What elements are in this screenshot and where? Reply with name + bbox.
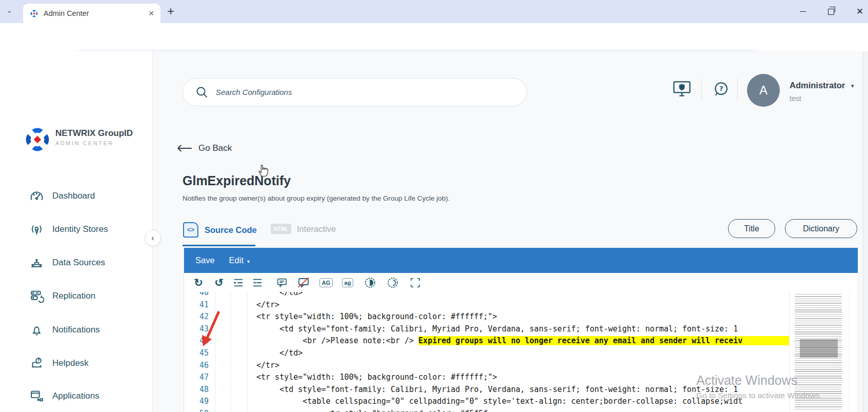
- sidebar-item-dashboard[interactable]: Dashboard: [0, 185, 152, 207]
- selection-icon[interactable]: [407, 276, 423, 290]
- line-number: 40: [184, 292, 209, 299]
- code-text: <br />Please note:<br /> Expired groups …: [256, 335, 809, 347]
- code-line: 45 </td>: [184, 347, 858, 359]
- data-sources-icon: [29, 256, 44, 270]
- svg-text:?: ?: [37, 358, 40, 363]
- line-number: 46: [184, 359, 209, 371]
- line-number: 45: [184, 347, 209, 359]
- contrast-outline-icon[interactable]: [385, 276, 401, 290]
- sidebar-collapse-button[interactable]: ‹: [145, 230, 161, 246]
- user-identity-store: test: [790, 94, 801, 103]
- restore-icon: [828, 9, 834, 15]
- tab-interactive[interactable]: HTML Interactive: [271, 224, 336, 234]
- html-badge-icon: HTML: [271, 224, 291, 234]
- page-scrollbar[interactable]: [863, 51, 868, 412]
- user-avatar[interactable]: A: [747, 74, 780, 107]
- undo-icon[interactable]: ↺: [211, 276, 227, 290]
- sidebar-item-notifications[interactable]: Notifications: [0, 319, 152, 341]
- tab-favicon: [30, 9, 38, 18]
- search-icon: [195, 86, 209, 99]
- sidebar-item-identity-stores[interactable]: Identity Stores: [0, 218, 152, 241]
- svg-text:?: ?: [719, 85, 723, 92]
- title-button[interactable]: Title: [728, 219, 775, 238]
- outdent-icon[interactable]: [249, 276, 266, 290]
- editor-menubar: Save Edit▾: [184, 248, 858, 273]
- help-chat-icon[interactable]: ?: [712, 80, 730, 99]
- comment-icon[interactable]: [274, 276, 290, 290]
- screen: ⌄ Admin Center ✕ + ✕ ← → ↻ ✕: [0, 0, 868, 412]
- sidebar-item-replication[interactable]: Replication: [0, 285, 152, 307]
- activate-windows-watermark-sub: Go to Settings to activate Windows.: [696, 391, 822, 400]
- edit-menu-button[interactable]: Edit▾: [222, 252, 257, 268]
- code-line: 44 <br />Please note:<br /> Expired grou…: [184, 335, 858, 347]
- code-text: <table cellspacing="0" cellpadding="0" s…: [256, 395, 742, 407]
- highlighted-code-text: Expired groups will no longer receive an…: [418, 336, 809, 345]
- window-restore-button[interactable]: [819, 0, 843, 23]
- line-number: 47: [184, 371, 209, 383]
- code-text-plain: <br />Please note:<br />: [256, 336, 418, 345]
- line-number: 48: [184, 383, 209, 396]
- code-text: <tr style="width: 100%; background-color…: [256, 371, 497, 383]
- indent-icon[interactable]: [230, 276, 247, 290]
- go-back-button[interactable]: Go Back: [177, 143, 232, 153]
- sidebar-item-label: Data Sources: [52, 258, 105, 268]
- dashboard-icon: [29, 189, 44, 204]
- search-input[interactable]: Search Configurations: [183, 78, 527, 106]
- uncomment-icon[interactable]: [295, 276, 312, 290]
- source-code-icon: <>: [183, 222, 198, 238]
- user-name[interactable]: Administrator: [790, 81, 845, 90]
- sidebar-item-data-sources[interactable]: Data Sources: [0, 251, 152, 274]
- uppercase-label: AG: [319, 278, 333, 287]
- line-number: 49: [184, 395, 209, 407]
- code-text: <tr style="width: 100%; background-color…: [256, 310, 497, 323]
- new-tab-button[interactable]: +: [167, 4, 174, 18]
- code-line: 42<tr style="width: 100%; background-col…: [184, 310, 858, 323]
- red-arrow-annotation: [198, 308, 222, 347]
- tab-title: Admin Center: [44, 9, 148, 17]
- save-button[interactable]: Save: [188, 252, 222, 268]
- sidebar-item-helpdesk[interactable]: ? Helpdesk: [0, 352, 152, 375]
- helpdesk-icon: ?: [29, 356, 44, 371]
- applications-icon: [29, 389, 44, 404]
- sidebar-item-label: Notifications: [52, 325, 100, 335]
- sidebar-item-applications[interactable]: Applications: [0, 385, 152, 407]
- topbar-divider: [701, 78, 702, 101]
- code-text: </td>: [256, 347, 302, 359]
- active-tab-indicator: [183, 245, 255, 246]
- dictionary-button[interactable]: Dictionary: [785, 219, 857, 238]
- line-number: 50: [184, 407, 209, 412]
- sidebar-item-label: Helpdesk: [52, 358, 89, 368]
- tab-source-code[interactable]: <> Source Code: [183, 222, 257, 238]
- window-close-button[interactable]: ✕: [848, 0, 868, 23]
- notifications-bell-icon: [29, 323, 44, 338]
- tab-interactive-label: Interactive: [297, 224, 336, 234]
- search-placeholder: Search Configurations: [216, 88, 292, 96]
- uppercase-icon[interactable]: AG: [318, 276, 334, 290]
- go-back-label: Go Back: [198, 143, 232, 153]
- lowercase-icon[interactable]: ag: [339, 276, 356, 290]
- edit-menu-label: Edit: [229, 256, 244, 265]
- code-line: 40 </td>: [184, 292, 858, 299]
- page-title: GlmExpiredNotify: [183, 173, 291, 188]
- redo-icon[interactable]: ↻: [190, 276, 207, 290]
- code-text: </tr>: [256, 359, 279, 371]
- contrast-filled-icon[interactable]: [362, 276, 378, 290]
- window-minimize-button[interactable]: [791, 0, 815, 23]
- tab-search-icon[interactable]: ⌄: [6, 6, 13, 15]
- chevron-down-icon[interactable]: ▾: [851, 83, 854, 89]
- code-text: </tr>: [256, 299, 279, 311]
- monitor-shield-icon[interactable]: [672, 80, 692, 98]
- topbar-divider: [737, 78, 738, 101]
- code-line: 50 <tr style="background-color: #f5f5f: [184, 407, 858, 412]
- identity-stores-icon: [29, 222, 44, 237]
- tab-close-icon[interactable]: ✕: [148, 9, 154, 17]
- lowercase-label: ag: [342, 278, 354, 287]
- activate-windows-watermark: Activate Windows: [696, 373, 797, 388]
- browser-tab[interactable]: Admin Center ✕: [23, 4, 160, 23]
- editor-scrollbar[interactable]: [849, 292, 858, 412]
- sidebar: NETWRIX GroupID ADMIN CENTER Dashboard I…: [0, 51, 153, 412]
- minimize-icon: [800, 11, 806, 12]
- browser-tab-strip: ⌄ Admin Center ✕ + ✕: [0, 0, 868, 23]
- code-text: <td style="font-family: Calibri, Myriad …: [256, 383, 738, 396]
- chevron-down-icon: ▾: [247, 259, 250, 264]
